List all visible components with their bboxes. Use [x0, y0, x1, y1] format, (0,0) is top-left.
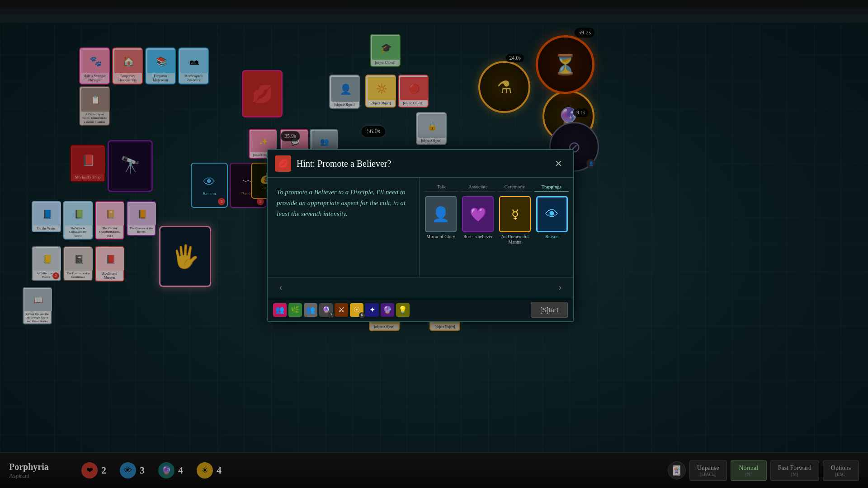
hint-dialog-header: 💋 Hint: Promote a Believer? ✕ — [268, 150, 573, 178]
hint-title: Hint: Promote a Believer? — [297, 159, 546, 169]
aspect-icon-9: 💡 — [396, 303, 410, 317]
hint-close-button[interactable]: ✕ — [551, 156, 566, 171]
aspect-icon-8: 🔮 — [381, 303, 394, 317]
start-button[interactable]: [S]tart — [531, 302, 568, 318]
tab-trappings[interactable]: Trappings — [534, 182, 569, 192]
tab-talk[interactable]: Talk — [424, 182, 458, 192]
hint-description: To promote a Believer to a Disciple, I'l… — [268, 178, 420, 277]
tab-associate[interactable]: Associate — [461, 182, 495, 192]
hint-footer: 👥 🌿 👥 🔮 2 ⚔ ☉ 6 ✦ 🔮 💡 [S]tart — [268, 298, 573, 321]
hint-slot-tabs: Talk Associate Ceremony Trappings — [424, 182, 569, 192]
aspect-icon-1: 👥 — [273, 303, 287, 317]
hint-aspects-row: 👥 🌿 👥 🔮 2 ⚔ ☉ 6 ✦ 🔮 💡 — [273, 303, 410, 317]
hint-slots-panel: Talk Associate Ceremony Trappings 👤 Mirr… — [420, 178, 573, 277]
aspect-icon-5: ⚔ — [335, 303, 348, 317]
hint-card-rose[interactable]: 💜 Rose, a believer — [461, 196, 495, 245]
hint-body: To promote a Believer to a Disciple, I'l… — [268, 178, 573, 277]
aspect-icon-3: 👥 — [304, 303, 317, 317]
hint-prev-button[interactable]: ‹ — [275, 281, 287, 294]
tab-ceremony[interactable]: Ceremony — [498, 182, 532, 192]
hint-card-reason[interactable]: 👁 Reason — [535, 196, 569, 245]
aspect-icon-7: ✦ — [365, 303, 379, 317]
aspect-icon-4: 🔮 2 — [319, 303, 333, 317]
hint-dialog: 💋 Hint: Promote a Believer? ✕ To promote… — [267, 149, 574, 322]
game-board: 🐾 Skill: a Stronger Physique 🏠 Temporary… — [0, 0, 868, 488]
hint-card-mirror[interactable]: 👤 Mirror of Glory — [424, 196, 458, 245]
hint-navigation: ‹ › — [268, 277, 573, 298]
hint-cards-row: 👤 Mirror of Glory 💜 Rose, a believer — [424, 196, 569, 245]
hint-card-mantra[interactable]: ☿ An Unmerciful Mantra — [498, 196, 532, 245]
hint-icon: 💋 — [275, 155, 291, 172]
hint-next-button[interactable]: › — [554, 281, 566, 294]
aspect-icon-6: ☉ 6 — [350, 303, 363, 317]
aspect-icon-2: 🌿 — [288, 303, 302, 317]
